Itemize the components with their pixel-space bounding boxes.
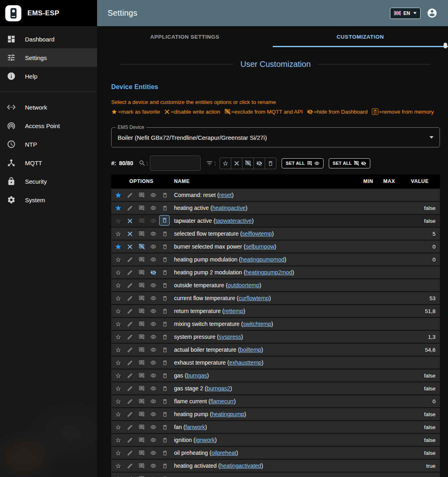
disable-write-toggle[interactable] [124, 305, 136, 317]
disable-write-toggle[interactable] [124, 202, 136, 214]
exclude-mqtt-toggle[interactable] [136, 370, 147, 382]
disable-write-toggle[interactable] [124, 318, 136, 330]
exclude-mqtt-toggle[interactable] [136, 357, 147, 369]
sidebar-item-ntp[interactable]: NTP [0, 135, 97, 153]
disable-write-toggle[interactable] [124, 280, 136, 291]
entity-id-link[interactable]: heatingactivated [220, 462, 261, 469]
entity-row[interactable]: tapwater active (tapwateractive)false [111, 215, 440, 227]
entity-id-link[interactable]: ignwork [195, 437, 215, 443]
remove-memory-toggle[interactable] [159, 189, 171, 201]
remove-memory-toggle[interactable] [159, 409, 171, 420]
language-selector[interactable]: EN [390, 8, 421, 19]
filter-toggle-eye-off[interactable] [253, 158, 265, 169]
hide-dashboard-toggle[interactable] [147, 357, 159, 369]
entity-id-link[interactable]: boiltemp [240, 346, 261, 353]
disable-write-toggle[interactable] [124, 370, 136, 382]
remove-memory-toggle[interactable] [159, 267, 171, 278]
disable-write-toggle[interactable] [124, 447, 136, 459]
favorite-toggle[interactable] [112, 202, 124, 214]
hide-dashboard-toggle[interactable] [147, 344, 159, 356]
exclude-mqtt-toggle[interactable] [136, 305, 147, 317]
remove-memory-toggle[interactable] [159, 396, 171, 407]
entity-id-link[interactable]: burngas [187, 372, 207, 379]
entity-row[interactable]: ignition (ignwork)false [111, 434, 440, 446]
entity-row[interactable]: heating activated (heatingactivated)true [111, 460, 440, 472]
remove-memory-toggle[interactable] [159, 254, 171, 265]
entity-row[interactable]: burner selected max power (selburnpow)0 [111, 241, 440, 253]
entity-id-link[interactable]: curflowtemp [239, 295, 269, 301]
disable-write-toggle[interactable] [124, 228, 136, 240]
exclude-mqtt-toggle[interactable] [136, 473, 147, 477]
hide-dashboard-toggle[interactable] [147, 267, 159, 278]
favorite-toggle[interactable] [112, 318, 124, 330]
sidebar-item-access-point[interactable]: Access Point [0, 116, 97, 135]
favorite-toggle[interactable] [112, 331, 124, 343]
exclude-mqtt-toggle[interactable] [136, 421, 147, 433]
favorite-toggle[interactable] [112, 357, 124, 369]
entity-row[interactable]: outside temperature (outdoortemp) [111, 279, 440, 291]
disable-write-toggle[interactable] [124, 383, 136, 394]
disable-write-toggle[interactable] [124, 434, 136, 446]
remove-memory-toggle[interactable] [159, 383, 171, 394]
favorite-toggle[interactable] [112, 254, 124, 265]
favorite-toggle[interactable] [112, 383, 124, 394]
entity-row[interactable]: flame current (flamecurr)0 [111, 395, 440, 407]
disable-write-toggle[interactable] [124, 267, 136, 278]
exclude-mqtt-toggle[interactable] [136, 202, 147, 214]
sidebar-item-settings[interactable]: Settings [0, 48, 97, 67]
remove-memory-toggle[interactable] [159, 228, 171, 240]
hide-dashboard-toggle[interactable] [147, 202, 159, 214]
disable-write-toggle[interactable] [124, 241, 136, 253]
entity-id-link[interactable]: heatingpump2mod [245, 269, 292, 276]
remove-memory-toggle[interactable] [159, 241, 171, 253]
favorite-toggle[interactable] [112, 409, 124, 420]
entity-row[interactable]: heating pump (heatingpump)false [111, 408, 440, 420]
hide-dashboard-toggle[interactable] [147, 292, 159, 304]
disable-write-toggle[interactable] [124, 344, 136, 356]
exclude-mqtt-toggle[interactable] [136, 267, 147, 278]
hide-dashboard-toggle[interactable] [147, 434, 159, 446]
disable-write-toggle[interactable] [124, 396, 136, 407]
disable-write-toggle[interactable] [124, 215, 136, 227]
entity-row[interactable]: gas (burngas)false [111, 369, 440, 382]
favorite-toggle[interactable] [112, 305, 124, 317]
favorite-toggle[interactable] [112, 421, 124, 433]
favorite-toggle[interactable] [112, 280, 124, 291]
hide-dashboard-toggle[interactable] [147, 318, 159, 330]
entity-id-link[interactable]: oilpreheat [212, 450, 236, 456]
disable-write-toggle[interactable] [124, 421, 136, 433]
disable-write-toggle[interactable] [124, 254, 136, 265]
entity-row[interactable]: selected flow temperature (selflowtemp)5 [111, 228, 440, 240]
exclude-mqtt-toggle[interactable] [136, 228, 147, 240]
account-button[interactable] [427, 8, 438, 19]
favorite-toggle[interactable] [112, 434, 124, 446]
disable-write-toggle[interactable] [124, 331, 136, 343]
disable-write-toggle[interactable] [124, 357, 136, 369]
sidebar-item-network[interactable]: Network [0, 98, 97, 116]
remove-memory-toggle[interactable] [159, 318, 171, 330]
disable-write-toggle[interactable] [124, 292, 136, 304]
set-all-hide-button[interactable]: SET ALL [329, 158, 371, 168]
remove-memory-toggle[interactable] [159, 434, 171, 446]
hide-dashboard-toggle[interactable] [147, 189, 159, 201]
hide-dashboard-toggle[interactable] [147, 228, 159, 240]
hide-dashboard-toggle[interactable] [147, 370, 159, 382]
hide-dashboard-toggle[interactable] [147, 421, 159, 433]
tab-customization[interactable]: CUSTOMIZATION [273, 26, 448, 47]
disable-write-toggle[interactable] [124, 409, 136, 420]
entity-id-link[interactable]: tapwateractive [216, 218, 252, 224]
entity-id-link[interactable]: exhausttemp [229, 359, 261, 366]
exclude-mqtt-toggle[interactable] [136, 318, 147, 330]
exclude-mqtt-toggle[interactable] [136, 383, 147, 394]
entity-row[interactable]: oil preheating (oilpreheat)false [111, 447, 440, 459]
exclude-mqtt-toggle[interactable] [136, 189, 147, 201]
disable-write-toggle[interactable] [124, 473, 136, 477]
remove-memory-toggle[interactable] [159, 331, 171, 343]
hide-dashboard-toggle[interactable] [147, 383, 159, 394]
favorite-toggle[interactable] [112, 267, 124, 278]
remove-memory-toggle[interactable] [159, 292, 171, 304]
entity-id-link[interactable]: heatingpumpmod [241, 256, 284, 263]
filter-toggle-star-outline[interactable] [220, 158, 231, 169]
favorite-toggle[interactable] [112, 460, 124, 472]
exclude-mqtt-toggle[interactable] [136, 292, 147, 304]
